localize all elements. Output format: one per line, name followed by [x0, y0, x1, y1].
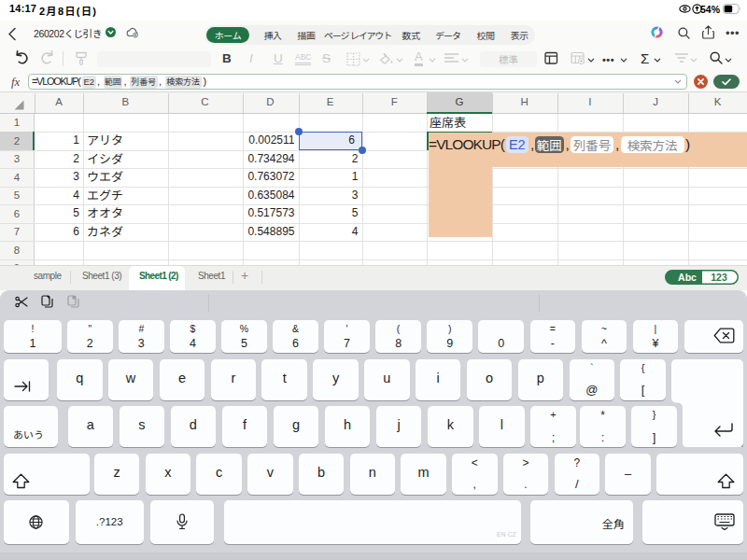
svg-text:Abc: Abc	[678, 271, 697, 282]
svg-text:123: 123	[711, 271, 727, 282]
